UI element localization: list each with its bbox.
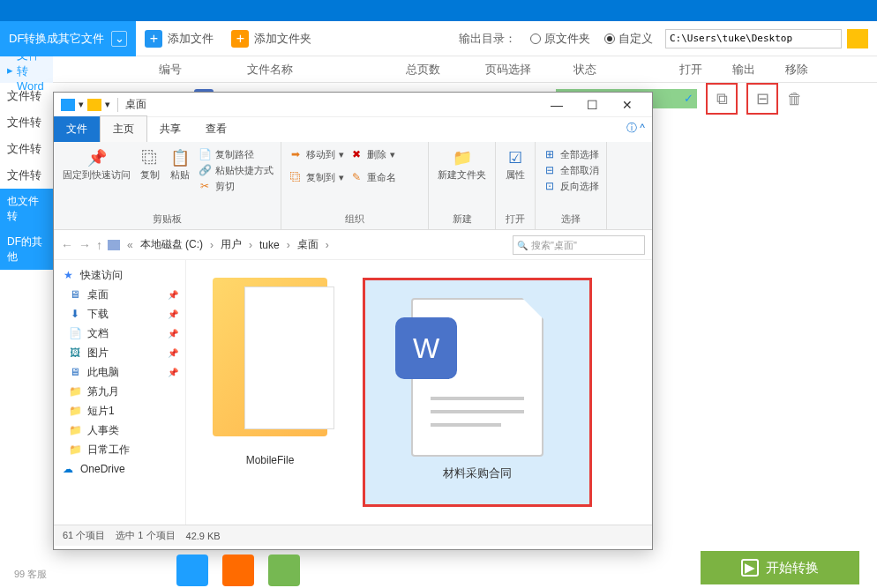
window-icon: [61, 99, 75, 111]
col-open: 打开: [679, 62, 732, 78]
maximize-button[interactable]: ☐: [574, 93, 610, 117]
add-file-button[interactable]: + 添加文件: [136, 21, 222, 56]
nav-folder[interactable]: 📁人事类: [54, 421, 185, 440]
breadcrumb[interactable]: ← → ↑ « 本地磁盘 (C:)› 用户› tuke› 桌面› 搜索"桌面": [54, 230, 652, 260]
app-header: DF转换成其它文件 ⌄ + 添加文件 + 添加文件夹 输出目录： 原文件夹 自定…: [0, 21, 877, 56]
window-titlebar: [0, 0, 877, 21]
forward-button[interactable]: →: [79, 238, 91, 252]
group-open: 打开: [503, 212, 528, 226]
start-convert-button[interactable]: ▶ 开始转换: [701, 551, 859, 584]
copy-button[interactable]: ⿻复制: [138, 145, 162, 195]
folder-name: MobileFile: [246, 454, 295, 466]
tab-share[interactable]: 共享: [147, 116, 193, 142]
category-tab-label: DF转换成其它文件: [9, 31, 104, 47]
files-pane[interactable]: MobileFile W 材料采购合同: [186, 260, 652, 525]
nav-quick-access[interactable]: ★快速访问: [54, 265, 185, 285]
word-badge-icon: W: [395, 317, 457, 379]
export-file-button[interactable]: ⊟: [746, 83, 778, 115]
nav-folder[interactable]: 📁日常工作: [54, 440, 185, 459]
collapse-ribbon-icon[interactable]: ⓘ ^: [626, 121, 645, 136]
crumb-desktop[interactable]: 桌面: [297, 237, 319, 252]
group-clipboard: 剪贴板: [61, 212, 274, 226]
add-file-label: 添加文件: [168, 31, 214, 47]
folder-icon: [87, 99, 101, 111]
col-filename: 文件名称: [247, 62, 406, 78]
convert-label: 开始转换: [766, 560, 819, 577]
browse-folder-button[interactable]: [847, 29, 868, 48]
sidebar-section[interactable]: 也文件转: [0, 189, 53, 229]
col-pages: 总页数: [406, 62, 485, 78]
taskbar-icon[interactable]: [222, 555, 254, 586]
file-name: 材料采购合同: [443, 465, 512, 481]
plus-icon: +: [145, 30, 162, 48]
select-none-button[interactable]: ⊟全部取消: [543, 163, 599, 177]
radio-custom[interactable]: 自定义: [597, 31, 660, 47]
tab-home[interactable]: 主页: [100, 115, 147, 142]
add-folder-label: 添加文件夹: [254, 31, 311, 47]
explorer-titlebar[interactable]: ▾ ▾ 桌面 — ☐ ✕: [54, 93, 652, 117]
group-select: 选择: [543, 212, 599, 226]
move-to-button[interactable]: ➡移动到 ▾: [289, 147, 344, 161]
col-remove: 移除: [785, 62, 829, 78]
chevron-down-icon[interactable]: ⌄: [111, 31, 127, 47]
select-all-button[interactable]: ⊞全部选择: [543, 147, 599, 161]
window-title: 桌面: [125, 97, 146, 112]
col-export: 输出: [732, 62, 785, 78]
new-folder-button[interactable]: 📁新建文件夹: [436, 145, 488, 183]
plus-icon: +: [231, 30, 249, 48]
sidebar-section[interactable]: DF的其他: [0, 229, 53, 270]
copy-path-button[interactable]: 📄复制路径: [198, 147, 274, 161]
taskbar-icon[interactable]: [268, 555, 300, 586]
col-status: 状态: [573, 62, 679, 78]
open-file-button[interactable]: ⧉: [706, 83, 738, 115]
col-number: 编号: [159, 62, 247, 78]
folder-item[interactable]: MobileFile: [204, 278, 336, 507]
sidebar-item-word[interactable]: ▸文件转Word: [0, 56, 53, 83]
nav-documents[interactable]: 📄文档📌: [54, 324, 185, 343]
selected-count: 选中 1 个项目: [116, 529, 175, 542]
pc-icon: [108, 240, 120, 250]
sidebar-item[interactable]: 文件转: [0, 162, 53, 189]
add-folder-button[interactable]: + 添加文件夹: [222, 21, 320, 56]
trash-icon[interactable]: 🗑: [787, 90, 803, 108]
paste-shortcut-button[interactable]: 🔗粘贴快捷方式: [198, 163, 274, 177]
crumb-users[interactable]: 用户: [221, 237, 242, 252]
rename-button[interactable]: ✎重命名: [349, 170, 396, 184]
file-size: 42.9 KB: [186, 531, 221, 541]
nav-onedrive[interactable]: ☁OneDrive: [54, 459, 185, 479]
tab-file[interactable]: 文件: [54, 116, 100, 142]
pin-to-quick-button[interactable]: 📌固定到快速访问: [61, 145, 132, 195]
minimize-button[interactable]: —: [539, 93, 574, 117]
item-count: 61 个项目: [63, 529, 105, 542]
paste-button[interactable]: 📋粘贴: [168, 145, 192, 195]
properties-button[interactable]: ☑属性: [503, 145, 528, 183]
col-pagesel: 页码选择: [485, 62, 573, 78]
nav-desktop[interactable]: 🖥桌面📌: [54, 285, 185, 304]
group-organize: 组织: [289, 212, 421, 226]
nav-folder[interactable]: 📁短片1: [54, 401, 185, 421]
up-button[interactable]: ↑: [96, 238, 102, 252]
crumb-disk[interactable]: 本地磁盘 (C:): [140, 237, 203, 252]
invert-selection-button[interactable]: ⊡反向选择: [543, 179, 599, 193]
radio-original-folder[interactable]: 原文件夹: [523, 31, 597, 47]
output-path-input[interactable]: [665, 29, 842, 48]
crumb-user[interactable]: tuke: [259, 239, 280, 251]
ribbon: 📌固定到快速访问 ⿻复制 📋粘贴 📄复制路径 🔗粘贴快捷方式 ✂剪切 剪贴板 ➡…: [54, 142, 652, 230]
taskbar-icon[interactable]: [176, 555, 208, 586]
sidebar-item[interactable]: 文件转: [0, 136, 53, 162]
support-label[interactable]: 99 客服: [14, 568, 47, 581]
copy-to-button[interactable]: ⿻复制到 ▾: [289, 170, 344, 184]
sidebar-item[interactable]: 文件转: [0, 109, 53, 136]
nav-pictures[interactable]: 🖼图片📌: [54, 343, 185, 362]
selected-file-item[interactable]: W 材料采购合同: [363, 278, 592, 507]
nav-folder[interactable]: 📁第九月: [54, 382, 185, 401]
tab-view[interactable]: 查看: [193, 116, 239, 142]
close-button[interactable]: ✕: [610, 93, 645, 117]
delete-button[interactable]: ✖删除 ▾: [349, 147, 395, 161]
back-button[interactable]: ←: [61, 238, 73, 252]
search-input[interactable]: 搜索"桌面": [513, 235, 645, 255]
document-icon: W: [411, 298, 543, 457]
nav-thispc[interactable]: 🖥此电脑📌: [54, 362, 185, 382]
nav-downloads[interactable]: ⬇下载📌: [54, 304, 185, 324]
cut-button[interactable]: ✂剪切: [198, 179, 274, 193]
